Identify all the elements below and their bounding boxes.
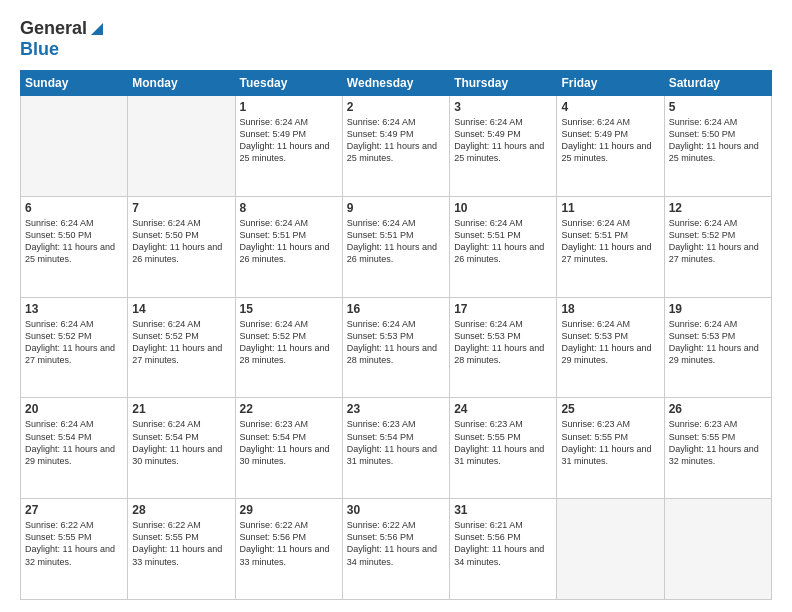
cell-info: Sunrise: 6:21 AMSunset: 5:56 PMDaylight:… (454, 519, 552, 568)
cell-info: Sunrise: 6:24 AMSunset: 5:50 PMDaylight:… (25, 217, 123, 266)
day-number: 25 (561, 402, 659, 416)
cell-info: Sunrise: 6:23 AMSunset: 5:55 PMDaylight:… (454, 418, 552, 467)
cell-info: Sunrise: 6:23 AMSunset: 5:55 PMDaylight:… (669, 418, 767, 467)
cell-info: Sunrise: 6:24 AMSunset: 5:49 PMDaylight:… (561, 116, 659, 165)
logo-blue: Blue (20, 39, 59, 59)
cell-info: Sunrise: 6:24 AMSunset: 5:49 PMDaylight:… (454, 116, 552, 165)
cell-info: Sunrise: 6:24 AMSunset: 5:53 PMDaylight:… (669, 318, 767, 367)
cell-info: Sunrise: 6:24 AMSunset: 5:51 PMDaylight:… (561, 217, 659, 266)
day-number: 27 (25, 503, 123, 517)
calendar-cell (557, 499, 664, 600)
day-number: 8 (240, 201, 338, 215)
calendar-cell: 18Sunrise: 6:24 AMSunset: 5:53 PMDayligh… (557, 297, 664, 398)
day-number: 18 (561, 302, 659, 316)
day-number: 21 (132, 402, 230, 416)
day-number: 16 (347, 302, 445, 316)
day-number: 14 (132, 302, 230, 316)
calendar-cell: 3Sunrise: 6:24 AMSunset: 5:49 PMDaylight… (450, 96, 557, 197)
logo: General Blue (20, 18, 103, 60)
calendar-cell: 24Sunrise: 6:23 AMSunset: 5:55 PMDayligh… (450, 398, 557, 499)
cell-info: Sunrise: 6:24 AMSunset: 5:52 PMDaylight:… (669, 217, 767, 266)
cell-info: Sunrise: 6:23 AMSunset: 5:54 PMDaylight:… (347, 418, 445, 467)
calendar-cell: 9Sunrise: 6:24 AMSunset: 5:51 PMDaylight… (342, 196, 449, 297)
cell-info: Sunrise: 6:23 AMSunset: 5:54 PMDaylight:… (240, 418, 338, 467)
day-number: 6 (25, 201, 123, 215)
calendar-cell: 20Sunrise: 6:24 AMSunset: 5:54 PMDayligh… (21, 398, 128, 499)
calendar-day-header: Wednesday (342, 71, 449, 96)
day-number: 7 (132, 201, 230, 215)
calendar-cell: 2Sunrise: 6:24 AMSunset: 5:49 PMDaylight… (342, 96, 449, 197)
page-header: General Blue (20, 18, 772, 60)
calendar-cell: 25Sunrise: 6:23 AMSunset: 5:55 PMDayligh… (557, 398, 664, 499)
cell-info: Sunrise: 6:22 AMSunset: 5:56 PMDaylight:… (240, 519, 338, 568)
logo-general: General (20, 18, 87, 39)
day-number: 20 (25, 402, 123, 416)
cell-info: Sunrise: 6:24 AMSunset: 5:52 PMDaylight:… (132, 318, 230, 367)
calendar-cell: 7Sunrise: 6:24 AMSunset: 5:50 PMDaylight… (128, 196, 235, 297)
calendar-day-header: Tuesday (235, 71, 342, 96)
cell-info: Sunrise: 6:24 AMSunset: 5:51 PMDaylight:… (454, 217, 552, 266)
cell-info: Sunrise: 6:24 AMSunset: 5:53 PMDaylight:… (561, 318, 659, 367)
calendar-cell: 26Sunrise: 6:23 AMSunset: 5:55 PMDayligh… (664, 398, 771, 499)
calendar-cell (21, 96, 128, 197)
day-number: 9 (347, 201, 445, 215)
calendar-cell: 11Sunrise: 6:24 AMSunset: 5:51 PMDayligh… (557, 196, 664, 297)
calendar-cell (128, 96, 235, 197)
day-number: 15 (240, 302, 338, 316)
day-number: 1 (240, 100, 338, 114)
day-number: 28 (132, 503, 230, 517)
calendar-cell: 8Sunrise: 6:24 AMSunset: 5:51 PMDaylight… (235, 196, 342, 297)
calendar-cell (664, 499, 771, 600)
day-number: 22 (240, 402, 338, 416)
calendar-cell: 23Sunrise: 6:23 AMSunset: 5:54 PMDayligh… (342, 398, 449, 499)
calendar-cell: 19Sunrise: 6:24 AMSunset: 5:53 PMDayligh… (664, 297, 771, 398)
day-number: 19 (669, 302, 767, 316)
cell-info: Sunrise: 6:24 AMSunset: 5:51 PMDaylight:… (240, 217, 338, 266)
calendar-cell: 13Sunrise: 6:24 AMSunset: 5:52 PMDayligh… (21, 297, 128, 398)
day-number: 31 (454, 503, 552, 517)
day-number: 13 (25, 302, 123, 316)
day-number: 4 (561, 100, 659, 114)
cell-info: Sunrise: 6:23 AMSunset: 5:55 PMDaylight:… (561, 418, 659, 467)
day-number: 24 (454, 402, 552, 416)
cell-info: Sunrise: 6:24 AMSunset: 5:51 PMDaylight:… (347, 217, 445, 266)
calendar-cell: 6Sunrise: 6:24 AMSunset: 5:50 PMDaylight… (21, 196, 128, 297)
day-number: 5 (669, 100, 767, 114)
cell-info: Sunrise: 6:24 AMSunset: 5:54 PMDaylight:… (132, 418, 230, 467)
day-number: 12 (669, 201, 767, 215)
calendar-cell: 12Sunrise: 6:24 AMSunset: 5:52 PMDayligh… (664, 196, 771, 297)
day-number: 3 (454, 100, 552, 114)
calendar-cell: 28Sunrise: 6:22 AMSunset: 5:55 PMDayligh… (128, 499, 235, 600)
calendar-cell: 14Sunrise: 6:24 AMSunset: 5:52 PMDayligh… (128, 297, 235, 398)
calendar-cell: 4Sunrise: 6:24 AMSunset: 5:49 PMDaylight… (557, 96, 664, 197)
day-number: 30 (347, 503, 445, 517)
calendar-week-row: 13Sunrise: 6:24 AMSunset: 5:52 PMDayligh… (21, 297, 772, 398)
calendar-cell: 15Sunrise: 6:24 AMSunset: 5:52 PMDayligh… (235, 297, 342, 398)
day-number: 26 (669, 402, 767, 416)
calendar-day-header: Friday (557, 71, 664, 96)
calendar-week-row: 27Sunrise: 6:22 AMSunset: 5:55 PMDayligh… (21, 499, 772, 600)
cell-info: Sunrise: 6:24 AMSunset: 5:49 PMDaylight:… (240, 116, 338, 165)
cell-info: Sunrise: 6:22 AMSunset: 5:55 PMDaylight:… (132, 519, 230, 568)
calendar-cell: 5Sunrise: 6:24 AMSunset: 5:50 PMDaylight… (664, 96, 771, 197)
calendar-day-header: Sunday (21, 71, 128, 96)
calendar-cell: 21Sunrise: 6:24 AMSunset: 5:54 PMDayligh… (128, 398, 235, 499)
svg-marker-0 (91, 23, 103, 35)
calendar-day-header: Thursday (450, 71, 557, 96)
cell-info: Sunrise: 6:24 AMSunset: 5:53 PMDaylight:… (454, 318, 552, 367)
day-number: 10 (454, 201, 552, 215)
cell-info: Sunrise: 6:24 AMSunset: 5:52 PMDaylight:… (240, 318, 338, 367)
calendar-cell: 16Sunrise: 6:24 AMSunset: 5:53 PMDayligh… (342, 297, 449, 398)
day-number: 23 (347, 402, 445, 416)
calendar-cell: 29Sunrise: 6:22 AMSunset: 5:56 PMDayligh… (235, 499, 342, 600)
calendar-cell: 30Sunrise: 6:22 AMSunset: 5:56 PMDayligh… (342, 499, 449, 600)
cell-info: Sunrise: 6:24 AMSunset: 5:54 PMDaylight:… (25, 418, 123, 467)
cell-info: Sunrise: 6:22 AMSunset: 5:56 PMDaylight:… (347, 519, 445, 568)
cell-info: Sunrise: 6:24 AMSunset: 5:50 PMDaylight:… (669, 116, 767, 165)
calendar-week-row: 6Sunrise: 6:24 AMSunset: 5:50 PMDaylight… (21, 196, 772, 297)
calendar-table: SundayMondayTuesdayWednesdayThursdayFrid… (20, 70, 772, 600)
logo-arrow (89, 21, 103, 39)
cell-info: Sunrise: 6:22 AMSunset: 5:55 PMDaylight:… (25, 519, 123, 568)
calendar-cell: 31Sunrise: 6:21 AMSunset: 5:56 PMDayligh… (450, 499, 557, 600)
day-number: 2 (347, 100, 445, 114)
